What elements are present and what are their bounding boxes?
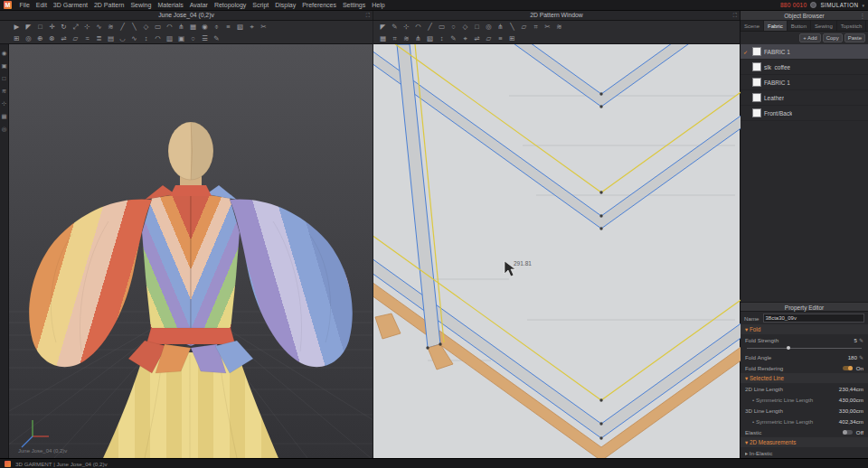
elastic-tool-icon[interactable]: ∿ (128, 33, 140, 44)
viewport-3d-canvas[interactable]: June Jose_04 (0,2)v (9, 44, 373, 458)
show-garment-icon[interactable]: ▣ (1, 62, 6, 69)
show-sewing-3d-icon[interactable]: ≋ (2, 88, 6, 94)
buttonhole-icon[interactable]: ⌽ (211, 21, 222, 33)
viewport-2d-canvas[interactable]: 291.81 (373, 44, 741, 458)
internal-line-icon[interactable]: ╲ (506, 21, 518, 33)
menu-preferences[interactable]: Preferences (299, 2, 340, 8)
steam-icon[interactable]: ≈ (81, 33, 93, 44)
show-grid-icon[interactable]: ▦ (377, 33, 389, 44)
list-view-icon[interactable]: ☰ (199, 33, 211, 44)
pattern-pieces[interactable] (373, 44, 741, 458)
tack-icon[interactable]: ∿ (93, 21, 105, 33)
waistband[interactable] (146, 328, 235, 344)
select-box-icon[interactable]: □ (34, 21, 46, 33)
fabric-item[interactable]: ✓FABRIC 1 (741, 44, 868, 60)
show-sewing-icon[interactable]: ≋ (401, 33, 412, 44)
fabric-item[interactable]: Leather (741, 90, 868, 106)
copy-button[interactable]: Copy (823, 33, 843, 42)
seam-allowance-icon[interactable]: ⌗ (530, 21, 542, 33)
select-move-icon[interactable]: ◤ (23, 21, 34, 33)
internal-rect-icon[interactable]: ▭ (152, 21, 164, 33)
viewport-2d[interactable]: 291.81 (373, 44, 740, 458)
pleat-icon[interactable]: ≣ (93, 33, 105, 44)
bodice-left[interactable] (142, 192, 191, 346)
edit-icon[interactable]: ✎ (859, 337, 863, 343)
segment-sew-icon[interactable]: ╱ (117, 21, 128, 33)
fabric-item[interactable]: slk_coffee (741, 60, 868, 75)
trace-icon[interactable]: ▱ (518, 21, 530, 33)
maximize-2d-icon[interactable]: ⛶ (733, 11, 737, 20)
cut-2d-icon[interactable]: ✂ (542, 21, 553, 33)
menu-3d-garment[interactable]: 3D Garment (50, 2, 90, 8)
free-sew-icon[interactable]: ╲ (128, 21, 140, 33)
property-value[interactable]: Off (856, 429, 863, 435)
edit-curvature-icon[interactable]: ◠ (412, 21, 424, 33)
notch-icon[interactable]: ⋔ (175, 21, 187, 33)
paste-button[interactable]: Paste (844, 33, 865, 42)
garment-3d[interactable] (29, 185, 353, 458)
notch-2d-icon[interactable]: ⋔ (495, 21, 506, 33)
menu-file[interactable]: File (16, 2, 33, 8)
bodice-right[interactable] (191, 192, 240, 346)
show-avatar-3d-icon[interactable]: ◉ (2, 50, 7, 56)
align-icon[interactable]: ≡ (495, 33, 506, 44)
clone-icon[interactable]: ▣ (175, 33, 187, 44)
menu-materials[interactable]: Materials (155, 2, 186, 8)
name-value-field[interactable]: 38cta30_09v (763, 314, 864, 323)
add-button[interactable]: + Add (799, 33, 821, 42)
show-pattern-icon[interactable]: □ (3, 75, 6, 81)
section-header-2d-measurements[interactable]: ▾ 2D Measurements (741, 437, 868, 447)
pin-icon[interactable]: ⊹ (81, 21, 93, 33)
menu-avatar[interactable]: Avatar (186, 2, 211, 8)
tab-scene[interactable]: Scene (741, 21, 764, 31)
menu-display[interactable]: Display (272, 2, 299, 8)
add-point-icon[interactable]: ⊹ (401, 21, 412, 33)
fabric-item[interactable]: FABRIC 1 (741, 75, 868, 90)
section-header-selected-line[interactable]: ▾ Selected Line (741, 373, 868, 383)
texture-icon[interactable]: ▦ (187, 21, 199, 33)
sew-2d-icon[interactable]: ≋ (553, 21, 565, 33)
rectangle-icon[interactable]: ▭ (436, 21, 448, 33)
slider-knob[interactable] (787, 346, 790, 350)
menu-help[interactable]: Help (369, 2, 388, 8)
move-gizmo-icon[interactable]: ✛ (46, 21, 58, 33)
unfold-icon[interactable]: ▱ (483, 33, 495, 44)
sleeve-left[interactable] (29, 199, 152, 367)
world-gizmo-icon[interactable]: ⊕ (34, 33, 46, 44)
scale-gizmo-icon[interactable]: ⤢ (70, 21, 81, 33)
menu-settings[interactable]: Settings (339, 2, 368, 8)
viewport-3d[interactable]: June Jose_04 (0,2)v (9, 44, 373, 458)
arrange-2d-icon[interactable]: ⊞ (506, 33, 518, 44)
flatten-icon[interactable]: ▱ (70, 33, 81, 44)
fabric-item[interactable]: Front/Back (741, 106, 868, 121)
grain-icon[interactable]: ↕ (140, 33, 152, 44)
internal-rectangle-icon[interactable]: □ (471, 21, 483, 33)
annotation-icon[interactable]: ✎ (448, 33, 459, 44)
mirror-icon[interactable]: ⇌ (58, 33, 70, 44)
cut-tool-icon[interactable]: ✂ (258, 21, 269, 33)
panel-menu-icon[interactable]: ⋮ (860, 11, 866, 21)
property-value[interactable]: 180 (848, 354, 857, 360)
arrangement-icon[interactable]: ⊞ (11, 33, 23, 44)
annotate-icon[interactable]: ✎ (211, 33, 222, 44)
layer-icon[interactable]: ▤ (105, 33, 117, 44)
show-notch-icon[interactable]: ⋔ (412, 33, 424, 44)
rotate-gizmo-icon[interactable]: ↻ (58, 21, 70, 33)
edit-icon[interactable]: ✎ (859, 354, 863, 360)
simulate-icon[interactable]: ▶ (11, 21, 23, 33)
circle-icon[interactable]: ○ (448, 21, 459, 33)
user-avatar-icon[interactable] (810, 2, 816, 8)
local-gizmo-icon[interactable]: ⊗ (46, 33, 58, 44)
toggle-elastic[interactable] (843, 430, 853, 435)
measure-2d-icon[interactable]: ⌖ (459, 33, 471, 44)
section-header-fold[interactable]: ▾ Fold (741, 324, 868, 334)
fold-strength-slider[interactable] (741, 345, 868, 351)
grain-line-icon[interactable]: ↕ (436, 33, 448, 44)
avatar-display-icon[interactable]: ◎ (23, 33, 34, 44)
tab-sewing[interactable]: Sewing (811, 21, 837, 31)
toggle-fold-rendering[interactable] (843, 366, 853, 370)
texture-view-icon[interactable]: ▧ (424, 33, 436, 44)
dart-icon[interactable]: ◇ (140, 21, 152, 33)
menu-sewing[interactable]: Sewing (127, 2, 155, 8)
camera-view-icon[interactable]: ◎ (2, 126, 7, 132)
